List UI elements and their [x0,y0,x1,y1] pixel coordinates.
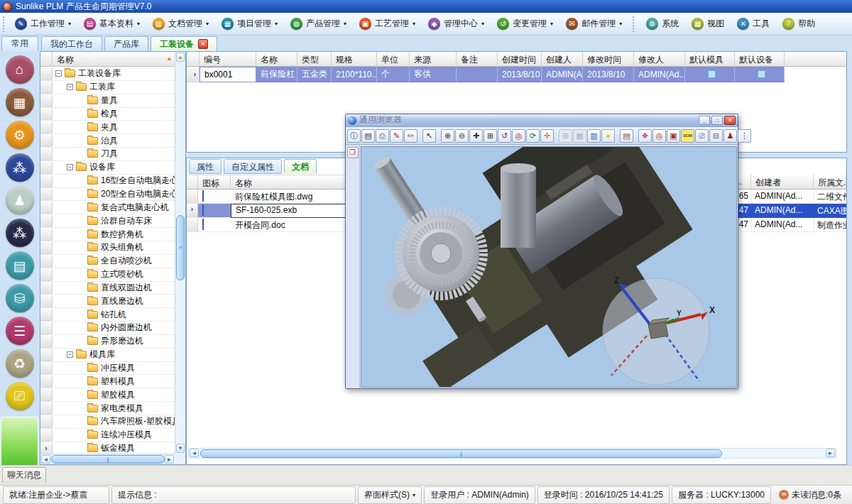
zoom-out-icon[interactable]: ⊖ [455,129,469,143]
org-structure-icon[interactable]: ⁂ [6,153,34,182]
doc-row-selector[interactable]: › [187,204,198,218]
tree-item[interactable]: 立式喷砂机 [40,268,175,282]
tree-item[interactable]: 洽群自动车床 [40,214,175,228]
more-icon[interactable]: ⋮ [738,129,751,143]
tree-item[interactable]: −设备库 [40,161,175,175]
tree-item[interactable]: 塑料模具 [40,375,175,388]
tree-row-selector[interactable] [40,295,53,307]
tree-row-selector[interactable] [40,255,53,268]
menu-item-项目管理[interactable]: ▦项目管理▾ [215,16,284,32]
checkbox-默认模具[interactable] [708,70,716,78]
tree-item[interactable]: −模具库 [40,349,175,362]
checkbox-默认设备[interactable] [758,70,765,78]
tree-view-icon[interactable]: ⊟ [709,129,723,143]
meta-row[interactable]: 65ADMIN(Ad...二维文件 [733,190,846,204]
scroll-down-icon[interactable]: ▼ [176,444,185,453]
tree-row-selector[interactable] [40,349,53,361]
tree-item[interactable]: 16型全自动电脑走心机 [40,175,175,188]
document-row[interactable]: ›SF-160-025.exb [187,204,350,218]
tree-column-header[interactable]: 名称 ▲ [40,52,175,67]
tree-row-selector[interactable] [40,108,53,121]
tree-item[interactable]: 检具 [40,108,175,121]
doc-column-图标[interactable]: 图标 [198,175,231,190]
tree-row-selector[interactable] [40,134,53,147]
scroll-right-icon[interactable]: ► [165,455,174,464]
zoom-in-icon[interactable]: ⊕ [441,129,454,143]
bom-icon[interactable]: BOM [681,129,694,143]
document-row[interactable]: 前保险杠模具图.dwg [187,190,350,204]
settings-gear-icon[interactable]: ⚙ [6,121,34,149]
numbered-list-icon[interactable]: ☰ [6,317,34,345]
minimize-button[interactable]: _ [699,116,710,125]
doc-column-名称[interactable]: 名称 [231,175,349,190]
tab-工装设备[interactable]: 工装设备✕ [151,36,217,51]
tree-expander-icon[interactable]: − [67,84,73,90]
tree-item[interactable]: 直线双圆边机 [40,282,175,295]
tree-row-selector[interactable] [40,375,53,388]
grid-column-备注[interactable]: 备注 [457,52,498,67]
menu-item-变更管理[interactable]: ↺变更管理▾ [491,16,559,32]
database-icon[interactable]: ⛁ [6,284,34,312]
trash-icon[interactable]: ♻ [6,349,34,378]
tree-row-selector[interactable] [40,362,53,375]
tree-row-selector[interactable] [40,161,53,174]
grid-column-默认设备[interactable]: 默认设备 [735,52,785,67]
tree-item[interactable]: 夹具 [40,121,175,134]
scroll-right-icon[interactable]: ► [826,449,835,457]
detail-tab-属性[interactable]: 属性 [189,159,222,174]
grid-column-创建时间[interactable]: 创建时间 [498,52,542,67]
tree-row-selector[interactable] [40,241,53,254]
render-mode-icon[interactable]: ▥ [587,129,601,143]
tree-row-selector[interactable] [40,67,53,80]
tree-item[interactable]: 双头组角机 [40,241,175,255]
tree-row-selector[interactable] [40,308,53,321]
tree-item[interactable]: 复合式电脑走心机 [40,201,175,214]
redline-pen-icon[interactable]: ✎ [390,129,403,143]
menu-item-帮助[interactable]: ?帮助 [776,16,821,32]
monitor-view-icon[interactable]: ⎚ [695,129,709,143]
tree-item[interactable]: 塑胶模具 [40,388,175,402]
zoom-window-icon[interactable]: ⊞ [484,129,497,143]
materials-icon[interactable]: ▦ [6,88,34,116]
tree-row-selector[interactable] [40,94,53,107]
select-cursor-icon[interactable]: ↖ [422,129,436,143]
grid-row-selector[interactable]: › [187,67,200,82]
tree-item[interactable]: 治具 [40,134,175,148]
tree-vertical-scrollbar[interactable]: ▲ ≡ ▼ [175,52,185,454]
tree-item[interactable]: 数控挤角机 [40,228,175,241]
tree-row-selector[interactable] [40,214,53,227]
grid-column-创建人[interactable]: 创建人 [542,52,583,67]
menu-item-邮件管理[interactable]: ✉邮件管理▾ [559,16,628,32]
grid-column-类型[interactable]: 类型 [297,52,332,67]
scroll-left-icon[interactable]: ◄ [41,455,50,464]
tree-row-selector[interactable] [40,188,53,201]
meta-row[interactable]: 47ADMIN(Ad...制造作业 [733,218,846,232]
menu-item-工作管理[interactable]: ✎工作管理▾ [9,16,77,32]
tree-header-label[interactable]: 名称 [53,52,166,66]
preview-icon[interactable]: ▤ [361,129,375,143]
ui-style-dropdown[interactable]: 界面样式(S)▾ [358,486,422,504]
edit-doc-icon[interactable]: ✏ [404,129,417,143]
tree-item[interactable]: 家电类模具 [40,402,175,415]
unread-messages[interactable]: ✉未读消息:0条 [773,487,847,503]
menu-item-视图[interactable]: ▦视图 [685,16,731,32]
meta-row[interactable]: 47ADMIN(Ad...CAXA图纸 [733,204,846,218]
menu-item-管理中心[interactable]: ◆管理中心▾ [422,16,491,32]
tree-item[interactable]: 刀具 [40,148,175,161]
grid-column-名称[interactable]: 名称 [256,52,297,67]
tree-expander-icon[interactable]: − [67,351,73,358]
pan-hand-icon[interactable]: ✢ [540,129,554,143]
tree-row-selector[interactable] [40,322,53,334]
grid-column-编号[interactable]: 编号 [200,52,256,67]
grid-data-row[interactable]: ›bx0001前保险杠五金类2100*110...个客供2013/8/10ADM… [187,67,846,82]
stamp-icon[interactable]: ▣ [667,129,680,143]
tree-item[interactable]: 量具 [40,94,175,108]
document-row[interactable]: 开模合同.doc [187,218,350,232]
menu-item-文档管理[interactable]: ▥文档管理▾ [146,16,215,32]
doc-row-selector[interactable] [187,190,198,204]
tree-item[interactable]: 内外圆磨边机 [40,322,175,335]
grid-column-单位[interactable]: 单位 [377,52,410,67]
tree-item[interactable]: 钻孔机 [40,308,175,322]
toolbar-grip[interactable] [3,16,6,32]
menu-item-工具[interactable]: ✕工具 [731,16,776,32]
